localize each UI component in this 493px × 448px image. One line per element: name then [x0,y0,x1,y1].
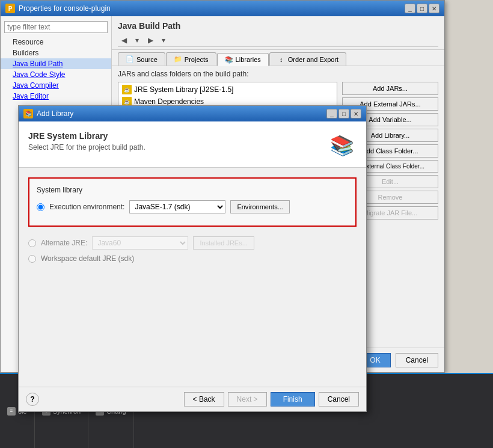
minimize-button[interactable]: _ [405,4,415,13]
tab-source[interactable]: 📄 Source [118,52,165,66]
sidebar-item-java-build-path[interactable]: Java Build Path [1,58,111,69]
workspace-default-label: Workspace default JRE (sdk) [41,254,134,263]
nav-toolbar: ◀ ▾ ▶ ▾ [118,34,438,47]
libraries-tab-icon: 📚 [225,55,233,64]
ole-icon: ≡ [7,407,16,416]
alternate-jre-radio[interactable] [28,239,36,247]
jar-icon: ☕ [122,85,132,94]
dialog-footer-right: < Back Next > Finish Cancel [184,392,359,407]
sidebar-item-java-editor[interactable]: Java Editor [1,91,111,102]
alternate-jre-row: Alternate JRE: Java60 Installed JREs... [28,236,357,250]
tab-projects[interactable]: 📁 Projects [166,52,216,66]
cancel-button-dialog[interactable]: Cancel [319,392,359,407]
nav-back-button[interactable]: ◀ [118,34,130,46]
books-icon: 📚 [328,131,357,160]
finish-button[interactable]: Finish [271,392,315,407]
order-export-tab-icon: ↕ [277,55,286,64]
alternate-jre-select[interactable]: Java60 [92,236,188,250]
dialog-description: Select JRE for the project build path. [28,143,145,152]
panel-header: Java Build Path ◀ ▾ ▶ ▾ [112,16,444,50]
nav-forward-dropdown-button[interactable]: ▾ [158,34,170,46]
sidebar-item-java-compiler[interactable]: Java Compiler [1,80,111,91]
maximize-button[interactable]: □ [417,4,427,13]
tab-order-export[interactable]: ↕ Order and Export [269,52,346,66]
dialog-footer: ? < Back Next > Finish Cancel [19,387,366,411]
alternate-jre-label: Alternate JRE: [41,239,87,247]
list-item[interactable]: ☕ JRE System Library [J2SE-1.5] [120,84,335,96]
dialog-body: System library Execution environment: Ja… [19,168,366,387]
libraries-description: JARs and class folders on the build path… [112,66,444,82]
system-library-box: System library Execution environment: Ja… [28,177,357,227]
dialog-controls: _ □ ✕ [326,109,361,118]
execution-environment-select[interactable]: JavaSE-1.7 (sdk) [129,200,225,213]
main-title-bar: P Properties for console-plugin _ □ ✕ [1,1,444,16]
sidebar-item-resource[interactable]: Resource [1,37,111,48]
nav-dropdown-button[interactable]: ▾ [131,34,143,46]
dialog-title: Add Library [37,109,73,118]
dialog-header: JRE System Library Select JRE for the pr… [19,121,366,168]
main-window-title: Properties for console-plugin [19,4,111,13]
panel-title: Java Build Path [118,21,438,31]
execution-environment-label: Execution environment: [49,203,124,211]
dialog-close-button[interactable]: ✕ [351,109,361,118]
dialog-maximize-button[interactable]: □ [338,109,349,118]
add-library-dialog: 📚 Add Library _ □ ✕ JRE System Library S… [18,105,367,412]
back-button[interactable]: < Back [184,392,224,407]
installed-jres-button[interactable]: Installed JREs... [193,236,254,250]
environments-button[interactable]: Environments... [230,200,289,213]
next-button[interactable]: Next > [228,392,267,407]
sidebar-item-builders[interactable]: Builders [1,48,111,58]
execution-environment-radio[interactable] [37,203,44,211]
dialog-icon: 📚 [23,109,33,118]
cancel-button-main[interactable]: Cancel [396,353,438,367]
tabs-row: 📄 Source 📁 Projects 📚 Libraries ↕ Order … [112,50,444,66]
projects-tab-icon: 📁 [174,55,182,64]
dialog-heading: JRE System Library [28,131,145,141]
dialog-header-text: JRE System Library Select JRE for the pr… [28,131,145,152]
execution-environment-row: Execution environment: JavaSE-1.7 (sdk) … [37,200,348,213]
close-button[interactable]: ✕ [429,4,439,13]
main-window-icon: P [5,4,15,13]
source-tab-icon: 📄 [126,55,134,64]
window-controls: _ □ ✕ [405,4,439,13]
add-jars-button[interactable]: Add JARs... [342,82,438,95]
dialog-minimize-button[interactable]: _ [326,109,337,118]
workspace-default-row: Workspace default JRE (sdk) [28,254,357,263]
workspace-default-radio[interactable] [28,255,36,263]
dialog-title-bar: 📚 Add Library _ □ ✕ [19,106,366,121]
filter-input[interactable] [4,21,108,33]
tab-libraries[interactable]: 📚 Libraries [217,53,269,66]
nav-forward-button[interactable]: ▶ [144,34,156,46]
system-library-label: System library [37,186,348,194]
sidebar-item-java-code-style[interactable]: Java Code Style [1,69,111,80]
help-button[interactable]: ? [26,393,39,406]
